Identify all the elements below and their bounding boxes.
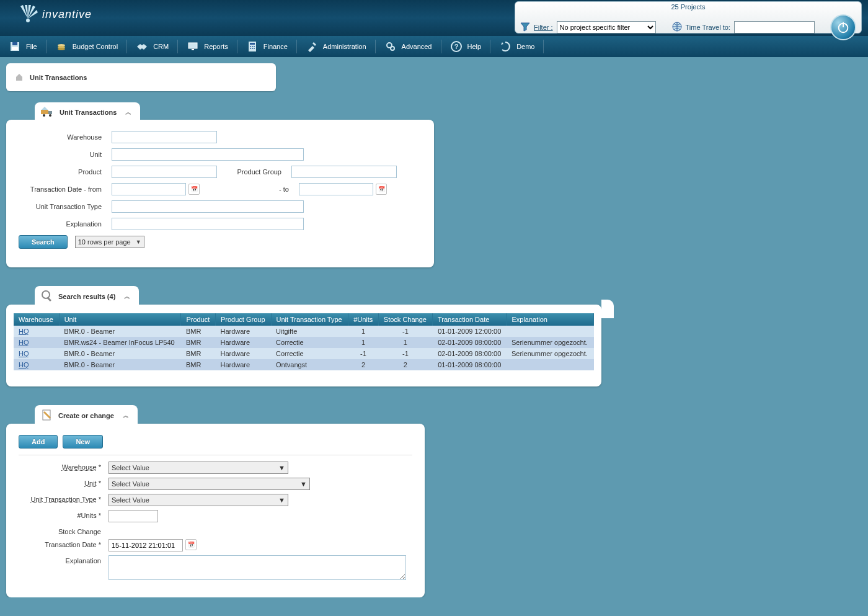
table-row: HQBMR.0 - BeamerBMRHardwareUitgifte1-101… <box>14 326 594 337</box>
input-date-to[interactable] <box>299 183 373 195</box>
warehouse-link[interactable]: HQ <box>19 361 29 368</box>
warehouse-link[interactable]: HQ <box>19 339 29 346</box>
menu-file[interactable]: File <box>0 36 46 57</box>
col-expl[interactable]: Explanation <box>507 313 594 326</box>
lbl-explanation: Explanation <box>19 220 112 228</box>
wrench-icon <box>306 40 318 53</box>
collapse-icon[interactable]: ︽ <box>124 292 130 301</box>
cc-lbl-unit[interactable]: Unit <box>84 480 97 487</box>
col-units[interactable]: #Units <box>348 313 379 326</box>
panel-results-body: Warehouse Unit Product Product Group Uni… <box>6 305 601 386</box>
col-stock[interactable]: Stock Change <box>378 313 432 326</box>
cell-product: BMR <box>181 326 216 337</box>
col-product[interactable]: Product <box>181 313 216 326</box>
cell-utt: Correctie <box>271 348 348 359</box>
svg-rect-6 <box>12 47 18 50</box>
cell-product: BMR <box>181 359 216 370</box>
collapse-icon[interactable]: ︽ <box>125 108 131 117</box>
panel-search-title: Unit Transactions <box>60 109 117 116</box>
svg-point-19 <box>254 48 255 49</box>
cc-lbl-stock: Stock Change <box>19 526 108 535</box>
monitor-icon <box>187 40 199 53</box>
globe-icon <box>672 22 682 33</box>
svg-point-15 <box>252 46 253 47</box>
filter-select[interactable]: No project specific filter <box>557 21 656 33</box>
pencil-doc-icon <box>41 409 53 422</box>
warehouse-link[interactable]: HQ <box>19 350 29 357</box>
lbl-product: Product <box>19 168 112 176</box>
input-product[interactable] <box>112 166 217 178</box>
power-button[interactable] <box>830 14 856 40</box>
cell-unit: BMR.0 - Beamer <box>59 359 181 370</box>
time-travel-input[interactable] <box>734 21 815 33</box>
cell-stock: -1 <box>378 326 432 337</box>
svg-rect-11 <box>192 49 194 50</box>
cc-explanation-textarea[interactable] <box>108 555 406 580</box>
svg-rect-0 <box>26 19 30 22</box>
input-warehouse[interactable] <box>112 131 217 143</box>
col-utt[interactable]: Unit Transaction Type <box>271 313 348 326</box>
cc-date-calendar-icon[interactable]: 📅 <box>185 539 197 550</box>
cell-stock: 1 <box>378 337 432 348</box>
cc-date-input[interactable] <box>108 539 183 551</box>
input-unit[interactable] <box>112 148 304 161</box>
col-date[interactable]: Transaction Date <box>432 313 507 326</box>
top-toolbox: 25 Projects Filter : No project specific… <box>515 1 862 33</box>
table-row: HQBMR.0 - BeamerBMRHardwareCorrectie-1-1… <box>14 348 594 359</box>
cell-utt: Uitgifte <box>271 326 348 337</box>
col-product-group[interactable]: Product Group <box>215 313 271 326</box>
cell-product-group: Hardware <box>215 359 271 370</box>
collapse-icon[interactable]: ︽ <box>123 411 129 420</box>
new-button[interactable]: New <box>63 435 103 449</box>
cell-product-group: Hardware <box>215 348 271 359</box>
menu-crm[interactable]: CRM <box>127 36 177 57</box>
cc-unit-select[interactable]: Select Value▼ <box>108 478 310 490</box>
svg-point-16 <box>254 46 255 47</box>
calc-icon <box>246 40 259 53</box>
search-button[interactable]: Search <box>19 235 68 249</box>
calendar-to-icon[interactable]: 📅 <box>376 184 387 195</box>
col-unit[interactable]: Unit <box>59 313 181 326</box>
input-product-group[interactable] <box>291 166 397 178</box>
lbl-date-from: Transaction Date - from <box>19 185 112 193</box>
menu-budget-control[interactable]: Budget Control <box>46 36 126 57</box>
input-utt[interactable] <box>112 200 304 213</box>
menu-reports[interactable]: Reports <box>178 36 237 57</box>
input-explanation[interactable] <box>112 218 304 230</box>
project-count[interactable]: 25 Projects <box>515 2 861 12</box>
panel-results-tab: Search results (4) ︽ <box>35 286 139 306</box>
question-icon: ? <box>450 40 463 53</box>
cc-lbl-warehouse[interactable]: Warehouse <box>62 463 97 471</box>
menu-finance[interactable]: Finance <box>237 36 296 57</box>
menu-help[interactable]: ? Help <box>441 36 490 57</box>
truck-icon <box>41 106 55 118</box>
cell-utt: Correctie <box>271 337 348 348</box>
svg-point-18 <box>252 48 253 49</box>
calendar-from-icon[interactable]: 📅 <box>188 184 200 195</box>
results-table: Warehouse Unit Product Product Group Uni… <box>14 313 594 370</box>
rows-per-page-select[interactable]: 10 rows per page▼ <box>75 236 144 248</box>
input-date-from[interactable] <box>112 183 186 195</box>
cc-lbl-utt[interactable]: Unit Transaction Type <box>30 496 96 503</box>
col-warehouse[interactable]: Warehouse <box>14 313 59 326</box>
panel-create-tab: Create or change ︽ <box>35 405 138 425</box>
panel-search-tab: Unit Transactions ︽ <box>35 102 140 121</box>
add-button[interactable]: Add <box>19 435 58 449</box>
fan-icon <box>17 5 38 24</box>
cell-utt: Ontvangst <box>271 359 348 370</box>
breadcrumb-text: Unit Transactions <box>30 74 87 81</box>
cell-date: 01-01-2009 12:00:00 <box>432 326 507 337</box>
cc-warehouse-select[interactable]: Select Value▼ <box>108 462 288 474</box>
warehouse-link[interactable]: HQ <box>19 328 29 335</box>
magnifier-icon <box>41 290 53 303</box>
panel-search-body: Warehouse Unit Product Product Group Tra… <box>6 120 434 267</box>
menu-advanced[interactable]: Advanced <box>376 36 441 57</box>
cc-units-input[interactable] <box>108 510 158 522</box>
cc-lbl-units: #Units <box>19 510 108 519</box>
cc-utt-select[interactable]: Select Value▼ <box>108 494 288 506</box>
svg-rect-3 <box>843 22 844 27</box>
home-icon[interactable] <box>15 73 24 83</box>
brand-logo: invantive <box>17 5 92 24</box>
menu-administration[interactable]: Administration <box>297 36 375 57</box>
filter-label[interactable]: Filter : <box>534 24 553 31</box>
